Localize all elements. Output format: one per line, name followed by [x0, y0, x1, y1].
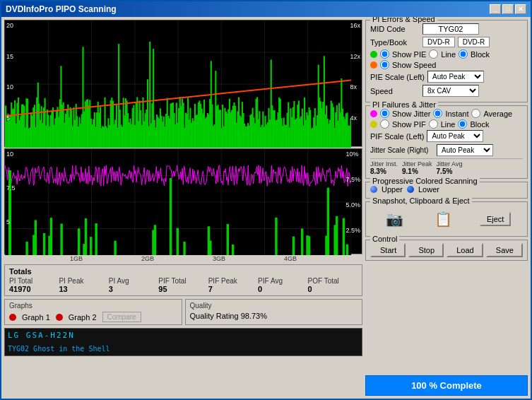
start-button[interactable]: Start	[370, 243, 406, 257]
speed-radio[interactable]	[380, 60, 389, 69]
jitter-radio[interactable]	[380, 109, 389, 118]
pi-failures-title: PI Failures & Jitter	[370, 100, 438, 109]
type-btn1[interactable]: DVD-R	[422, 37, 455, 47]
snapshot-group: Snapshot, Clipboard & Eject 📷 📋 Eject	[365, 201, 528, 237]
disc-strip-row2: TYG02 Ghost in the Shell	[5, 342, 362, 355]
pof-total-value: 0	[308, 285, 312, 293]
speed-color-circle	[370, 61, 377, 69]
compare-button[interactable]: Compare	[102, 312, 141, 322]
x-label-3gb: 3GB	[213, 255, 225, 262]
jitter-scale-select[interactable]: Auto Peak	[437, 144, 493, 156]
speed-label: Speed	[370, 87, 420, 95]
quality-title: Quality	[190, 302, 358, 310]
pif-block-radio[interactable]	[458, 119, 467, 129]
complete-text: 100 % Complete	[411, 380, 482, 391]
snapshot-title: Snapshot, Clipboard & Eject	[370, 196, 472, 205]
pof-total-col: POF Total 0	[308, 277, 357, 293]
jitter-peak-value: 9.1%	[402, 167, 418, 175]
quality-rating: Quality Rating 98.73%	[190, 312, 267, 320]
speed-select[interactable]: 8x CAV	[422, 85, 479, 97]
pie-radio[interactable]	[380, 49, 389, 59]
camera-button[interactable]: 📷	[382, 206, 408, 232]
right-panel: PI Errors & Speed MID Code TYG02 Type/Bo…	[365, 20, 528, 396]
x-label-1gb: 1GB	[70, 255, 83, 262]
jitter-inst-label: Jitter Inst.	[370, 160, 398, 167]
pif-color-circle	[370, 121, 377, 128]
maximize-button[interactable]: □	[502, 4, 514, 14]
pif-line-radio[interactable]	[429, 119, 438, 129]
show-jitter-label: Show Jitter	[392, 110, 430, 118]
pif-total-header: PIF Total	[158, 277, 186, 285]
average-label: Average	[483, 110, 512, 118]
type-book-row: Type/Book DVD-R DVD-R	[370, 37, 523, 47]
jitter-avg-value: 7.5%	[437, 167, 453, 175]
scan-dots-row: Upper Lower	[370, 185, 523, 194]
pi-total-col: PI Total 41970	[9, 277, 59, 293]
save-button[interactable]: Save	[486, 243, 523, 257]
pif-total-value: 95	[158, 285, 167, 293]
pi-peak-header: PI Peak	[59, 277, 83, 285]
clipboard-button[interactable]: 📋	[431, 206, 456, 232]
pif-scale-label: PIF Scale (Left)	[370, 132, 424, 141]
divider	[370, 158, 523, 159]
clipboard-icon: 📋	[432, 208, 455, 230]
bottom-chart: 107.55 10%7.5%5.0%2.5%	[4, 148, 362, 254]
pif-line-label: Line	[441, 120, 456, 129]
graphs-title: Graphs	[9, 302, 177, 310]
title-bar: DVDInfoPro PIPO Scanning _ □ ✕	[1, 1, 531, 17]
jitter-peak-stat: Jitter Peak 9.1%	[402, 160, 432, 175]
pif-total-col: PIF Total 95	[158, 277, 208, 293]
camera-icon: 📷	[384, 208, 406, 230]
graph1-label: Graph 1	[22, 313, 50, 322]
snapshot-row: 📷 📋 Eject	[370, 205, 523, 233]
control-buttons: Start Stop Load Save	[370, 243, 523, 257]
type-btn2[interactable]: DVD-R	[458, 37, 490, 47]
eject-label: Eject	[487, 215, 504, 223]
pi-total-header: PI Total	[9, 277, 32, 285]
control-title: Control	[370, 235, 399, 243]
pif-radio[interactable]	[380, 119, 389, 129]
stop-button[interactable]: Stop	[408, 243, 444, 257]
show-speed-label: Show Speed	[392, 61, 436, 69]
progressive-scanning-title: Progressive Colored Scanning	[370, 177, 480, 185]
block-radio[interactable]	[459, 49, 468, 59]
graph1-dot	[9, 314, 16, 321]
complete-bar: 100 % Complete	[365, 375, 528, 396]
jitter-stats-row: Jitter Inst. 8.3% Jitter Peak 9.1% Jitte…	[370, 160, 523, 175]
instant-label: Instant	[445, 110, 468, 118]
control-group: Control Start Stop Load Save	[365, 240, 528, 261]
show-speed-row: Show Speed	[370, 60, 523, 69]
left-panel: 2015105 16x12x8x4x 107.55 10%7.5%5.0%2.5…	[4, 20, 362, 396]
title-buttons: _ □ ✕	[490, 4, 526, 14]
load-button[interactable]: Load	[447, 243, 483, 257]
top-chart-y-right: 16x12x8x4x	[350, 20, 360, 146]
pi-peak-col: PI Peak 13	[59, 277, 108, 293]
disc-strip-text1: LG GSA-H22N	[8, 331, 75, 340]
instant-radio[interactable]	[433, 109, 442, 118]
totals-label: Totals	[9, 267, 357, 276]
mid-code-value: TYG02	[422, 23, 479, 35]
type-book-label: Type/Book	[370, 38, 420, 47]
show-jitter-row: Show Jitter Instant Average	[370, 109, 523, 118]
minimize-button[interactable]: _	[490, 4, 501, 14]
pif-block-label: Block	[470, 120, 489, 129]
pi-errors-group: PI Errors & Speed MID Code TYG02 Type/Bo…	[365, 20, 528, 102]
eject-button[interactable]: Eject	[480, 212, 511, 226]
lower-label: Lower	[418, 185, 439, 194]
disc-strip-text2: TYG02 Ghost in the Shell	[8, 345, 110, 353]
jitter-inst-stat: Jitter Inst. 8.3%	[370, 160, 398, 175]
pif-peak-col: PIF Peak 7	[208, 277, 258, 293]
pi-total-value: 41970	[9, 285, 31, 293]
pif-avg-col: PIF Avg 0	[258, 277, 307, 293]
disc-info-strip: LG GSA-H22N TYG02 Ghost in the Shell	[4, 328, 362, 356]
pie-scale-select[interactable]: Auto Peak	[427, 71, 484, 83]
pif-avg-header: PIF Avg	[258, 277, 283, 285]
line-radio[interactable]	[429, 49, 438, 59]
show-pif-row: Show PIF Line Block	[370, 119, 523, 129]
bottom-chart-wrapper: 107.55 10%7.5%5.0%2.5% 1GB 2GB 3GB 4GB	[4, 148, 362, 263]
upper-scan-dot	[370, 186, 377, 193]
average-radio[interactable]	[471, 109, 480, 118]
pif-scale-select[interactable]: Auto Peak	[427, 130, 483, 142]
close-button[interactable]: ✕	[515, 4, 526, 14]
line-label: Line	[441, 50, 456, 59]
